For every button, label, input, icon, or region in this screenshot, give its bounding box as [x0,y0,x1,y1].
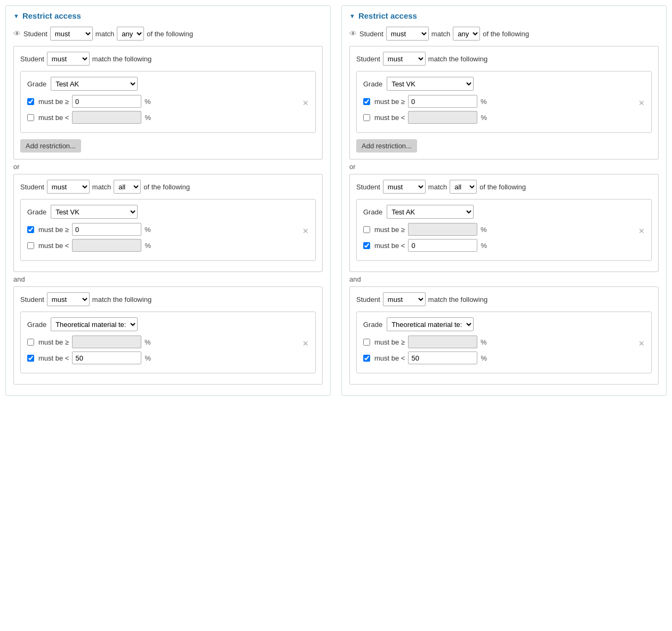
right-c1-match-label: match the following [428,55,487,63]
left-c2-gte-pct: % [145,226,151,234]
right-c3-match-select[interactable]: must must not [383,292,426,306]
left-c1-lt-pct: % [145,114,151,122]
right-restrict-access-panel: ▼ Restrict access 👁 Student must must no… [341,5,667,396]
left-chevron-icon[interactable]: ▼ [13,13,19,19]
left-c2-gte-wrapper: must be ≥ % ✕ [27,223,309,239]
left-condition3-box: Student must must not match the followin… [13,286,323,385]
left-c1-lt-input[interactable] [72,111,141,124]
right-condition3-box: Student must must not match the followin… [349,286,659,385]
right-c3-student-label: Student [356,295,380,303]
right-c3-gte-checkbox[interactable] [363,339,370,346]
left-c3-inner-box: Grade Test AK Test VK Theoretical materi… [20,311,316,373]
left-c3-gte-input[interactable] [72,336,141,348]
left-condition2-box: Student must must not match all any of t… [13,174,323,272]
left-c3-gte-checkbox[interactable] [27,339,34,346]
left-c1-gte-wrapper: must be ≥ % ✕ [27,95,309,111]
left-c2-gte-label: must be ≥ [38,226,69,234]
left-c2-grade-select[interactable]: Test AK Test VK Theoretical material te: [51,205,138,219]
right-c1-match-select[interactable]: must must not [383,52,426,66]
right-c3-lt-checkbox[interactable] [363,355,370,362]
right-c1-lt-checkbox[interactable] [363,114,370,121]
right-c1-gte-remove[interactable]: ✕ [638,99,645,107]
left-c3-gte-pct: % [145,338,151,346]
right-c2-grade-select[interactable]: Test AK Test VK Theoretical material te: [387,205,474,219]
right-c3-gte-wrapper: must be ≥ % ✕ [363,336,645,352]
right-c2-lt-checkbox[interactable] [363,242,370,249]
right-c1-add-restriction-btn[interactable]: Add restriction... [356,139,417,153]
right-c3-grade-select[interactable]: Test AK Test VK Theoretical material te: [387,317,474,331]
left-c2-match-select[interactable]: must must not [47,180,90,194]
left-c2-student-label: Student [20,183,44,191]
right-c2-gte-remove[interactable]: ✕ [638,227,645,235]
right-c3-lt-label: must be < [374,354,405,362]
right-c2-all-any-select[interactable]: all any [450,180,477,194]
left-eye-icon: 👁 [13,29,21,38]
right-c2-gte-checkbox[interactable] [363,226,370,233]
right-c1-gte-checkbox[interactable] [363,98,370,105]
right-c2-gte-input[interactable] [408,223,477,236]
left-c2-lt-input[interactable] [72,239,141,252]
left-c1-gte-remove[interactable]: ✕ [302,99,309,107]
left-c3-gte-label: must be ≥ [38,338,69,346]
right-c1-gte-wrapper: must be ≥ % ✕ [363,95,645,111]
left-c1-gte-input[interactable] [72,95,141,108]
left-c1-gte-checkbox[interactable] [27,98,34,105]
left-c2-lt-row: must be < % [27,239,309,252]
left-c3-gte-row: must be ≥ % [27,336,300,348]
right-c2-match-select[interactable]: must must not [383,180,426,194]
left-c1-gte-pct: % [145,98,151,106]
left-condition1-header: Student must must not match the followin… [20,52,316,66]
right-c1-student-label: Student [356,55,380,63]
right-c1-gte-input[interactable] [408,95,477,108]
left-c2-match-label: match [92,183,111,191]
right-c3-lt-pct: % [481,354,487,362]
right-c3-gte-remove[interactable]: ✕ [638,339,645,348]
left-c1-grade-select[interactable]: Test AK Test VK Theoretical material te: [51,77,138,91]
left-c2-gte-input[interactable] [72,223,141,236]
right-c3-inner-box: Grade Test AK Test VK Theoretical materi… [356,311,652,373]
left-c3-gte-remove[interactable]: ✕ [302,339,309,348]
left-c1-lt-checkbox[interactable] [27,114,34,121]
left-c3-lt-pct: % [145,354,151,362]
right-c3-lt-input[interactable] [408,352,477,364]
left-c2-lt-pct: % [145,242,151,250]
right-c3-match-label: match the following [428,295,487,303]
right-c1-lt-input[interactable] [408,111,477,124]
left-section-title: ▼ Restrict access [13,11,323,20]
left-c1-inner-box: Grade Test AK Test VK Theoretical materi… [20,71,316,133]
right-c3-lt-row: must be < % [363,352,645,364]
right-c3-gte-input[interactable] [408,336,477,348]
right-c1-inner-box: Grade Test AK Test VK Theoretical materi… [356,71,652,133]
left-c3-grade-row: Grade Test AK Test VK Theoretical materi… [27,317,309,331]
right-condition2-header: Student must must not match all any of t… [356,180,652,194]
left-top-match-select[interactable]: must must not [50,27,93,41]
left-top-of-following: of the following [147,30,193,38]
left-c3-match-select[interactable]: must must not [47,292,90,306]
right-c1-grade-select[interactable]: Test AK Test VK Theoretical material te: [387,77,474,91]
left-c3-gte-wrapper: must be ≥ % ✕ [27,336,309,352]
left-c2-gte-remove[interactable]: ✕ [302,227,309,235]
left-c1-match-select[interactable]: must must not [47,52,90,66]
right-top-row: 👁 Student must must not match any all of… [349,27,659,41]
right-c1-lt-label: must be < [374,114,405,122]
right-top-match-select[interactable]: must must not [386,27,429,41]
right-chevron-icon[interactable]: ▼ [349,13,355,19]
right-c2-lt-input[interactable] [408,239,477,252]
left-c2-all-any-select[interactable]: all any [114,180,141,194]
left-c3-grade-label: Grade [27,321,46,329]
right-c1-grade-label: Grade [363,80,382,88]
left-top-any-all-select[interactable]: any all [117,27,144,41]
left-c1-add-restriction-btn[interactable]: Add restriction... [20,139,81,153]
left-c3-student-label: Student [20,295,44,303]
left-c3-lt-checkbox[interactable] [27,355,34,362]
left-c2-grade-label: Grade [27,208,46,216]
right-c3-gte-label: must be ≥ [374,338,405,346]
left-c3-grade-select[interactable]: Test AK Test VK Theoretical material te: [51,317,138,331]
left-c1-gte-label: must be ≥ [38,98,69,106]
right-top-any-all-select[interactable]: any all [453,27,480,41]
left-c2-gte-checkbox[interactable] [27,226,34,233]
right-condition3-header: Student must must not match the followin… [356,292,652,306]
right-c3-gte-pct: % [481,338,487,346]
left-c3-lt-input[interactable] [72,352,141,364]
left-c2-lt-checkbox[interactable] [27,242,34,249]
